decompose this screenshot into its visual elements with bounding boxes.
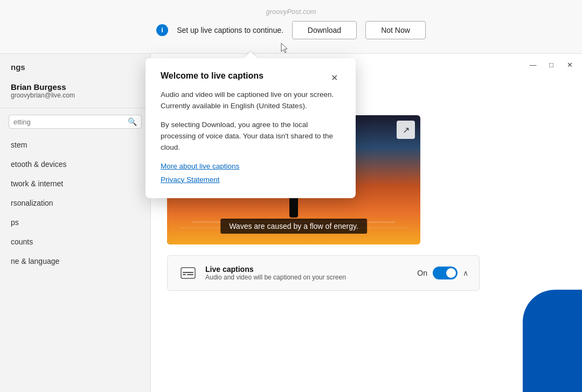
sidebar-nav-item[interactable]: ne & language — [0, 251, 150, 271]
search-box[interactable]: 🔍 — [9, 115, 142, 129]
lc-desc: Audio and video will be captioned on you… — [205, 274, 346, 281]
sidebar-nav-item[interactable]: twork & internet — [0, 174, 150, 193]
more-about-link[interactable]: More about live captions — [161, 161, 341, 172]
privacy-statement-link[interactable]: Privacy Statement — [161, 174, 341, 186]
modal-title: Welcome to live captions — [161, 71, 264, 81]
lc-info: Live captions Audio and video will be ca… — [205, 265, 346, 281]
top-bar: groovyPost.com i Set up live captions to… — [0, 0, 582, 54]
svg-rect-1 — [183, 274, 186, 275]
nav-items: stemetooth & devicestwork & internetrson… — [0, 135, 150, 271]
window-chrome: — □ ✕ — [512, 54, 582, 75]
minimize-button[interactable]: — — [525, 57, 541, 72]
expand-chevron-icon[interactable]: ∧ — [463, 269, 468, 277]
sidebar-nav-item[interactable]: ps — [0, 213, 150, 232]
search-input[interactable] — [13, 118, 128, 126]
watermark: groovyPost.com — [266, 8, 316, 16]
svg-rect-3 — [183, 272, 193, 273]
lc-left: Live captions Audio and video will be ca… — [178, 263, 346, 283]
sidebar-title: ngs — [0, 62, 150, 76]
user-email: groovybrian@live.com — [11, 92, 140, 99]
sidebar-nav-item[interactable]: etooth & devices — [0, 155, 150, 174]
video-expand-button[interactable]: ↗ — [397, 121, 415, 139]
user-info: Brian Burgess groovybrian@live.com — [0, 76, 150, 108]
sidebar-nav-item[interactable]: counts — [0, 232, 150, 251]
live-captions-toggle[interactable] — [433, 267, 458, 279]
live-captions-section: Live captions Audio and video will be ca… — [167, 255, 480, 291]
svg-rect-2 — [187, 274, 193, 275]
modal-header: Welcome to live captions ✕ — [161, 71, 341, 84]
info-text: Set up live captions to continue. — [177, 26, 283, 34]
toggle-thumb — [446, 268, 456, 278]
sidebar-nav-item[interactable]: rsonalization — [0, 193, 150, 213]
sidebar-nav-item[interactable]: stem — [0, 135, 150, 155]
modal-close-button[interactable]: ✕ — [328, 71, 341, 84]
search-icon: 🔍 — [128, 117, 137, 126]
modal-arrow — [244, 52, 257, 58]
captions-icon — [178, 263, 198, 283]
modal-body-p2: By selecting Download, you agree to the … — [161, 120, 341, 153]
not-now-button[interactable]: Not Now — [365, 21, 426, 39]
modal-body-p1: Audio and video will be captioned live o… — [161, 89, 341, 112]
lc-right: On ∧ — [417, 267, 468, 279]
download-button[interactable]: Download — [292, 21, 357, 39]
blue-accent-decoration — [523, 290, 582, 392]
info-row: i Set up live captions to continue. Down… — [156, 21, 426, 39]
info-icon: i — [156, 24, 168, 36]
maximize-button[interactable]: □ — [543, 57, 559, 72]
welcome-modal: Welcome to live captions ✕ Audio and vid… — [146, 58, 356, 198]
sidebar: ngs Brian Burgess groovybrian@live.com 🔍… — [0, 54, 151, 392]
video-caption: Waves are caused by a flow of energy. — [220, 219, 367, 234]
modal-body: Audio and video will be captioned live o… — [161, 89, 341, 185]
lc-status: On — [417, 269, 427, 277]
close-button[interactable]: ✕ — [562, 57, 578, 72]
user-name: Brian Burgess — [11, 82, 140, 92]
modal-links: More about live captions Privacy Stateme… — [161, 161, 341, 186]
lc-title: Live captions — [205, 265, 346, 274]
